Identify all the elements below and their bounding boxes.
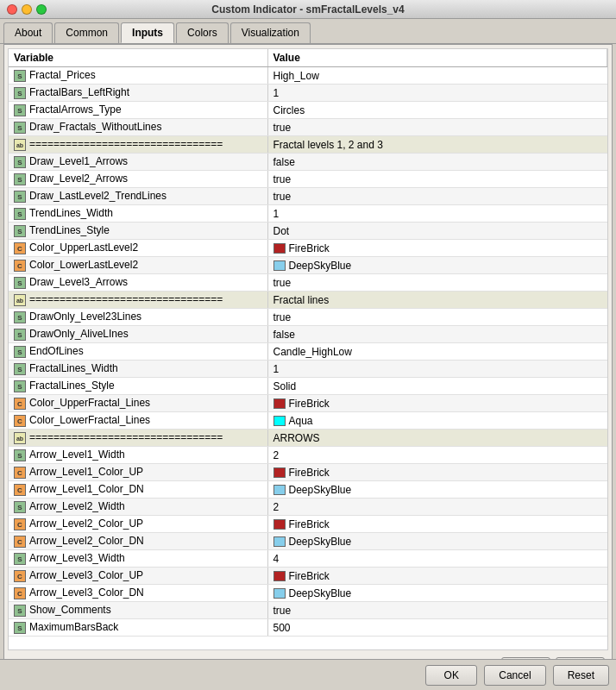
table-row[interactable]: CArrow_Level2_Color_UPFireBrick bbox=[9, 516, 607, 533]
value-cell: 2 bbox=[267, 499, 607, 516]
table-row[interactable]: SFractalLines_Width1 bbox=[9, 361, 607, 378]
color-swatch[interactable] bbox=[273, 416, 286, 426]
table-row[interactable]: CColor_UpperFractal_LinesFireBrick bbox=[9, 395, 607, 412]
color-swatch[interactable] bbox=[273, 519, 286, 530]
value-cell: 2 bbox=[267, 447, 607, 464]
ok-button[interactable]: OK bbox=[425, 665, 477, 686]
tab-about[interactable]: About bbox=[3, 22, 53, 43]
table-row[interactable]: SDraw_Fractals_WithoutLinestrue bbox=[9, 119, 607, 136]
color-swatch[interactable] bbox=[273, 467, 286, 478]
color-swatch[interactable] bbox=[273, 571, 286, 581]
row-type-icon: S bbox=[14, 87, 26, 99]
table-row[interactable]: SDrawOnly_AliveLInesfalse bbox=[9, 326, 607, 343]
table-row[interactable]: CColor_LowerFractal_LinesAqua bbox=[9, 412, 607, 430]
value-cell: DeepSkyBlue bbox=[267, 585, 607, 602]
variable-cell: CArrow_Level2_Color_DN bbox=[9, 533, 267, 550]
table-row[interactable]: ab================================ARROWS bbox=[9, 430, 607, 447]
value-cell: Aqua bbox=[267, 412, 607, 430]
table-row[interactable]: SMaximumBarsBack500 bbox=[9, 619, 607, 637]
table-row[interactable]: SArrow_Level1_Width2 bbox=[9, 447, 607, 464]
variable-cell: CArrow_Level3_Color_DN bbox=[9, 585, 267, 602]
variable-cell: SFractal_Prices bbox=[9, 67, 267, 85]
row-type-icon: S bbox=[14, 346, 26, 358]
value-cell: true bbox=[267, 602, 607, 619]
variable-cell: SShow_Comments bbox=[9, 602, 267, 619]
variable-cell: ab================================ bbox=[9, 292, 267, 309]
table-row[interactable]: SDraw_Level1_Arrowsfalse bbox=[9, 154, 607, 171]
row-type-icon: C bbox=[14, 242, 26, 254]
main-content: Variable Value SFractal_PricesHigh_LowSF… bbox=[3, 44, 613, 682]
table-row[interactable]: CArrow_Level1_Color_UPFireBrick bbox=[9, 464, 607, 481]
value-cell: 500 bbox=[267, 619, 607, 637]
color-swatch[interactable] bbox=[273, 588, 286, 599]
table-row[interactable]: SShow_Commentstrue bbox=[9, 602, 607, 619]
color-swatch[interactable] bbox=[273, 243, 286, 254]
close-button[interactable] bbox=[7, 4, 17, 15]
row-type-icon: S bbox=[14, 363, 26, 375]
table-row[interactable]: SDrawOnly_Level23Linestrue bbox=[9, 309, 607, 326]
table-row[interactable]: CArrow_Level2_Color_DNDeepSkyBlue bbox=[9, 533, 607, 550]
tab-bar: About Common Inputs Colors Visualization bbox=[0, 19, 616, 44]
value-cell: Solid bbox=[267, 378, 607, 395]
value-cell: Circles bbox=[267, 102, 607, 119]
variable-cell: CColor_LowerLastLevel2 bbox=[9, 257, 267, 274]
tab-inputs[interactable]: Inputs bbox=[121, 22, 174, 43]
tab-visualization[interactable]: Visualization bbox=[230, 22, 311, 43]
variable-cell: CColor_UpperLastLevel2 bbox=[9, 240, 267, 257]
row-type-icon: S bbox=[14, 173, 26, 185]
value-cell: FireBrick bbox=[267, 464, 607, 481]
value-cell: FireBrick bbox=[267, 568, 607, 585]
variable-cell: CArrow_Level1_Color_UP bbox=[9, 464, 267, 481]
window-controls[interactable] bbox=[7, 4, 47, 15]
table-container[interactable]: Variable Value SFractal_PricesHigh_LowSF… bbox=[8, 48, 608, 650]
table-row[interactable]: SFractal_PricesHigh_Low bbox=[9, 67, 607, 85]
table-row[interactable]: STrendLines_StyleDot bbox=[9, 223, 607, 240]
table-row[interactable]: SFractalBars_LeftRight1 bbox=[9, 85, 607, 102]
variable-cell: CArrow_Level3_Color_UP bbox=[9, 568, 267, 585]
row-type-icon: S bbox=[14, 380, 26, 392]
table-row[interactable]: ab================================Fracta… bbox=[9, 136, 607, 154]
row-type-icon: S bbox=[14, 329, 26, 341]
row-type-icon: S bbox=[14, 104, 26, 116]
tab-common[interactable]: Common bbox=[54, 22, 119, 43]
maximize-button[interactable] bbox=[36, 4, 47, 15]
table-row[interactable]: SDraw_Level3_Arrowstrue bbox=[9, 274, 607, 292]
row-type-icon: S bbox=[14, 156, 26, 168]
variable-cell: SMaximumBarsBack bbox=[9, 619, 267, 637]
table-row[interactable]: CColor_UpperLastLevel2FireBrick bbox=[9, 240, 607, 257]
table-row[interactable]: CArrow_Level3_Color_DNDeepSkyBlue bbox=[9, 585, 607, 602]
table-row[interactable]: SArrow_Level3_Width4 bbox=[9, 550, 607, 568]
row-type-icon: C bbox=[14, 570, 26, 582]
value-cell: Fractal levels 1, 2 and 3 bbox=[267, 136, 607, 154]
row-type-icon: C bbox=[14, 518, 26, 530]
minimize-button[interactable] bbox=[22, 4, 32, 15]
window-title: Custom Indicator - smFractalLevels_v4 bbox=[211, 3, 404, 16]
table-row[interactable]: SFractalArrows_TypeCircles bbox=[9, 102, 607, 119]
table-row[interactable]: ab================================Fracta… bbox=[9, 292, 607, 309]
color-swatch[interactable] bbox=[273, 398, 286, 409]
variable-cell: SFractalBars_LeftRight bbox=[9, 85, 267, 102]
color-swatch[interactable] bbox=[273, 536, 286, 547]
cancel-button[interactable]: Cancel bbox=[484, 665, 545, 686]
table-row[interactable]: SDraw_LastLevel2_TrendLinestrue bbox=[9, 188, 607, 205]
table-row[interactable]: SFractalLines_StyleSolid bbox=[9, 378, 607, 395]
variable-cell: SFractalArrows_Type bbox=[9, 102, 267, 119]
table-row[interactable]: STrendLines_Width1 bbox=[9, 205, 607, 223]
row-type-icon: S bbox=[14, 311, 26, 323]
table-row[interactable]: SDraw_Level2_Arrowstrue bbox=[9, 171, 607, 188]
reset-button[interactable]: Reset bbox=[553, 665, 609, 686]
value-cell: 1 bbox=[267, 85, 607, 102]
table-row[interactable]: CColor_LowerLastLevel2DeepSkyBlue bbox=[9, 257, 607, 274]
table-row[interactable]: SEndOfLinesCandle_HighLow bbox=[9, 343, 607, 361]
table-row[interactable]: CArrow_Level1_Color_DNDeepSkyBlue bbox=[9, 481, 607, 499]
tab-colors[interactable]: Colors bbox=[176, 22, 229, 43]
color-swatch[interactable] bbox=[273, 485, 286, 495]
color-swatch[interactable] bbox=[273, 260, 286, 271]
row-type-icon: S bbox=[14, 553, 26, 565]
row-type-icon: C bbox=[14, 415, 26, 427]
table-row[interactable]: SArrow_Level2_Width2 bbox=[9, 499, 607, 516]
row-type-icon: C bbox=[14, 467, 26, 479]
variable-cell: SDraw_Level2_Arrows bbox=[9, 171, 267, 188]
variable-cell: CColor_UpperFractal_Lines bbox=[9, 395, 267, 412]
table-row[interactable]: CArrow_Level3_Color_UPFireBrick bbox=[9, 568, 607, 585]
